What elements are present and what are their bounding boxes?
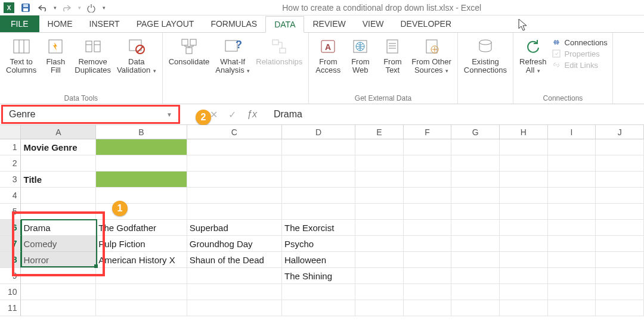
cell-J6[interactable] xyxy=(596,220,644,236)
redo-button[interactable] xyxy=(60,1,73,14)
col-header-I[interactable]: I xyxy=(548,125,596,139)
name-box-dropdown-icon[interactable]: ▼ xyxy=(166,111,172,118)
cell-F6[interactable] xyxy=(404,220,452,236)
remove-duplicates-button[interactable]: Remove Duplicates xyxy=(73,35,112,75)
cell-E2[interactable] xyxy=(355,155,404,172)
cell-I4[interactable] xyxy=(548,188,596,204)
cell-D10[interactable] xyxy=(282,284,355,300)
text-to-columns-button[interactable]: Text to Columns xyxy=(5,35,38,75)
cell-G3[interactable] xyxy=(451,172,500,188)
cell-H10[interactable] xyxy=(500,284,548,300)
from-access-button[interactable]: A From Access xyxy=(314,35,342,75)
connections-link[interactable]: Connections xyxy=(552,38,608,47)
cell-C1[interactable] xyxy=(187,139,282,155)
cell-B6[interactable]: The Godfather xyxy=(96,220,187,236)
cell-J10[interactable] xyxy=(596,284,644,300)
cell-A8[interactable]: Horror xyxy=(21,252,96,268)
col-header-F[interactable]: F xyxy=(404,125,452,139)
cell-A10[interactable] xyxy=(21,284,96,300)
cell-A7[interactable]: Comedy xyxy=(21,236,96,252)
cell-C6[interactable]: Superbad xyxy=(187,220,282,236)
cell-F10[interactable] xyxy=(404,284,452,300)
cell-F9[interactable] xyxy=(404,268,452,284)
cell-H4[interactable] xyxy=(500,188,548,204)
cell-F1[interactable] xyxy=(404,139,452,155)
cell-B3[interactable] xyxy=(96,172,187,188)
cell-E4[interactable] xyxy=(355,188,404,204)
cell-I3[interactable] xyxy=(548,172,596,188)
cell-G9[interactable] xyxy=(451,268,500,284)
cell-D1[interactable] xyxy=(282,139,355,155)
cell-E11[interactable] xyxy=(355,300,404,316)
cell-J8[interactable] xyxy=(596,252,644,268)
cell-F7[interactable] xyxy=(404,236,452,252)
col-header-B[interactable]: B xyxy=(96,125,187,139)
row-header-10[interactable]: 10 xyxy=(0,284,21,300)
cell-B4[interactable] xyxy=(96,188,187,204)
cell-B7[interactable]: Pulp Fiction xyxy=(96,236,187,252)
from-web-button[interactable]: From Web xyxy=(346,35,374,75)
cell-J7[interactable] xyxy=(596,236,644,252)
cell-D11[interactable] xyxy=(282,300,355,316)
cell-F3[interactable] xyxy=(404,172,452,188)
cell-D6[interactable]: The Exorcist xyxy=(282,220,355,236)
row-header-7[interactable]: 7 xyxy=(0,236,21,252)
cell-C10[interactable] xyxy=(187,284,282,300)
cell-G8[interactable] xyxy=(451,252,500,268)
cell-I2[interactable] xyxy=(548,155,596,172)
cell-A11[interactable] xyxy=(21,300,96,316)
cell-H6[interactable] xyxy=(500,220,548,236)
row-header-1[interactable]: 1 xyxy=(0,139,21,155)
cell-D5[interactable] xyxy=(282,204,355,220)
col-header-A[interactable]: A xyxy=(21,125,96,139)
cell-C2[interactable] xyxy=(187,155,282,172)
cell-F11[interactable] xyxy=(404,300,452,316)
cell-B9[interactable] xyxy=(96,268,187,284)
row-header-6[interactable]: 6 xyxy=(0,220,21,236)
cell-C4[interactable] xyxy=(187,188,282,204)
tab-view[interactable]: VIEW xyxy=(354,15,392,32)
cell-J9[interactable] xyxy=(596,268,644,284)
cell-A1[interactable]: Movie Genre xyxy=(21,139,96,155)
cell-C3[interactable] xyxy=(187,172,282,188)
cell-J1[interactable] xyxy=(596,139,644,155)
cell-D8[interactable]: Halloween xyxy=(282,252,355,268)
cell-G6[interactable] xyxy=(451,220,500,236)
consolidate-button[interactable]: Consolidate xyxy=(168,35,211,66)
cell-B11[interactable] xyxy=(96,300,187,316)
cell-D4[interactable] xyxy=(282,188,355,204)
cell-H3[interactable] xyxy=(500,172,548,188)
cell-A9[interactable] xyxy=(21,268,96,284)
refresh-all-button[interactable]: Refresh All ▾ xyxy=(518,35,548,75)
cell-H8[interactable] xyxy=(500,252,548,268)
cell-H7[interactable] xyxy=(500,236,548,252)
fx-icon[interactable]: ƒx xyxy=(247,109,257,120)
cell-D2[interactable] xyxy=(282,155,355,172)
worksheet-grid[interactable]: ABCDEFGHIJ1Movie Genre23Title456DramaThe… xyxy=(0,125,644,316)
formula-input[interactable]: Drama xyxy=(268,109,644,120)
from-text-button[interactable]: From Text xyxy=(378,35,407,75)
tab-home[interactable]: HOME xyxy=(39,15,81,32)
cell-A4[interactable] xyxy=(21,188,96,204)
cell-G1[interactable] xyxy=(451,139,500,155)
cell-A6[interactable]: Drama xyxy=(21,220,96,236)
cell-I10[interactable] xyxy=(548,284,596,300)
row-header-11[interactable]: 11 xyxy=(0,300,21,316)
cell-E1[interactable] xyxy=(355,139,404,155)
cell-C8[interactable]: Shaun of the Dead xyxy=(187,252,282,268)
redo-dropdown-icon[interactable]: ▾ xyxy=(78,5,81,11)
what-if-button[interactable]: ? What-If Analysis ▾ xyxy=(214,35,251,75)
cell-G10[interactable] xyxy=(451,284,500,300)
name-box[interactable]: Genre ▼ xyxy=(1,105,180,124)
row-header-8[interactable]: 8 xyxy=(0,252,21,268)
cell-F4[interactable] xyxy=(404,188,452,204)
cell-C5[interactable] xyxy=(187,204,282,220)
row-header-5[interactable]: 5 xyxy=(0,204,21,220)
cell-B8[interactable]: American History X xyxy=(96,252,187,268)
save-icon[interactable] xyxy=(19,1,32,14)
cell-J5[interactable] xyxy=(596,204,644,220)
cell-E6[interactable] xyxy=(355,220,404,236)
cell-D9[interactable]: The Shining xyxy=(282,268,355,284)
cell-F5[interactable] xyxy=(404,204,452,220)
col-header-J[interactable]: J xyxy=(596,125,644,139)
